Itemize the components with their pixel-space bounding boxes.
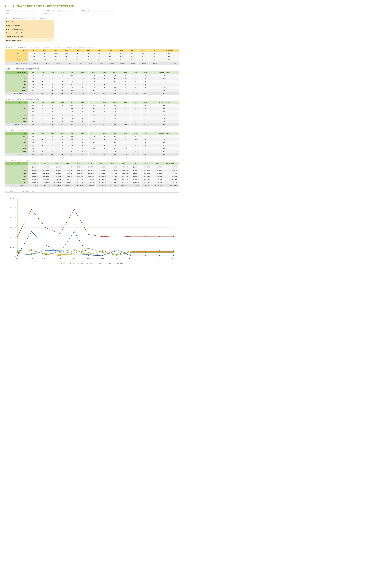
cell: 949 [150, 104, 179, 107]
cell: 98 [140, 74, 150, 77]
cell: 20,600 [138, 62, 148, 65]
cell: 2,346.00 [62, 172, 73, 175]
cell: 66 [99, 138, 109, 141]
cell: 86 [121, 83, 130, 86]
cell: 98 [28, 104, 38, 107]
col-header: JAN [28, 49, 39, 52]
cell: 97 [88, 114, 99, 117]
cell: 44 [28, 141, 38, 144]
svg-rect-54 [59, 254, 60, 255]
cell: 2,643.00 [51, 169, 62, 172]
cell: 26,646.00 [163, 172, 179, 175]
col-header: MAR [47, 71, 57, 74]
cell: 378 [148, 55, 159, 58]
cell: 48,337.00 [73, 184, 84, 187]
cell: 435 [88, 92, 99, 95]
rep-name: Kathy [5, 104, 28, 107]
cell: 6,500.00 [73, 166, 84, 169]
col-header: SEPT [118, 162, 129, 166]
rep-name: Kent [5, 77, 28, 80]
cell: 29,664 [50, 62, 61, 65]
cell: 8,735.00 [84, 169, 96, 172]
cell: 24 [57, 107, 67, 110]
cell: 454 [138, 58, 148, 62]
cell: 3,602.00 [39, 169, 50, 172]
cell: 86 [99, 86, 109, 89]
cell: 415 [67, 123, 77, 126]
cell: 99 [67, 110, 77, 114]
svg-text:$30,000.00: $30,000.00 [10, 227, 16, 228]
legend-item: Kathy [60, 263, 67, 264]
cell: 43 [28, 117, 38, 120]
cell: 47 [99, 150, 109, 153]
chart-legend: KathyKentBrianGaryTashaKeshonTotal Sales [7, 263, 177, 264]
cell: 448 [88, 123, 99, 126]
cell: 38,039.00 [163, 175, 179, 178]
cell: 67 [28, 89, 38, 92]
cell: 58 [67, 89, 77, 92]
cell: 74 [109, 74, 121, 77]
cell: 328 [67, 153, 77, 156]
cell: 48 [121, 80, 130, 83]
row-label: Total Sales Amount [5, 62, 28, 65]
cell: 82,452.00 [163, 181, 179, 184]
cell: 1,700.00 [118, 175, 129, 178]
svg-text:DEC: DEC [172, 258, 175, 259]
col-header: ACTIVITY [5, 49, 28, 52]
row-label: Total Number of Visits [5, 123, 28, 126]
cell: 4706 [150, 123, 179, 126]
svg-rect-53 [45, 253, 46, 254]
col-header: JAN [28, 162, 39, 166]
cell: 56 [28, 107, 38, 110]
prepared-by-input[interactable] [44, 12, 75, 15]
col-header: ANNUAL TOTALS [159, 49, 179, 52]
cell: 65 [47, 86, 57, 89]
cell: 66 [99, 144, 109, 147]
legend-item: Total Sales [114, 263, 123, 264]
rep-name: Kent [5, 138, 28, 141]
cell: 99 [57, 135, 67, 138]
cell: 20,600.00 [152, 184, 163, 187]
cell: 20,600.00 [118, 184, 129, 187]
cell: 87 [67, 135, 77, 138]
col-header: SEPT [109, 132, 121, 135]
legend-item: Brian [78, 263, 83, 264]
svg-rect-110 [173, 236, 174, 237]
cell: 46 [67, 144, 77, 147]
cell: 67 [109, 110, 121, 114]
rep-name: Gary [5, 83, 28, 86]
cell: 76 [109, 83, 121, 86]
col-header: APR [61, 49, 72, 52]
salespersons-label: SALESPERSONS ACCOUNTED FOR IN THIS REPOR… [5, 18, 383, 20]
cell: 23 [57, 150, 67, 153]
row-label: Total Number of Calls [5, 92, 28, 95]
cell: 20,600.00 [96, 184, 107, 187]
cell: 88 [130, 141, 141, 144]
row-label: Total Units Sold [5, 58, 28, 62]
col-header: DEC [148, 49, 159, 52]
cell: 54 [57, 110, 67, 114]
salesperson-row: Kent B., Sales Associate [5, 24, 54, 27]
cell: 67 [109, 135, 121, 138]
col-header: DEC [140, 101, 150, 104]
cell: 342 [28, 52, 39, 55]
signature-input[interactable] [82, 12, 114, 15]
cell: 4912 [159, 52, 179, 55]
svg-rect-105 [102, 236, 103, 237]
cell: 37 [121, 86, 130, 89]
cell: 73 [67, 147, 77, 150]
cell: 37 [121, 117, 130, 120]
cell: 5,400.00 [152, 166, 163, 169]
cell: 6,234.00 [107, 181, 118, 184]
salesperson-row: Kathy M., Sales Associate [5, 20, 54, 24]
cell: 1,200.00 [96, 181, 107, 184]
svg-rect-85 [159, 250, 160, 251]
cell: 4,321.00 [62, 169, 73, 172]
cell: 48,337.00 [39, 184, 50, 187]
cell: 378 [109, 123, 121, 126]
rep-name: Brian [5, 141, 28, 144]
cell: 374 [99, 153, 109, 156]
col-header: Sales Amount [5, 162, 28, 166]
year-input[interactable] [5, 12, 36, 15]
cell: 6,200.00 [96, 178, 107, 181]
